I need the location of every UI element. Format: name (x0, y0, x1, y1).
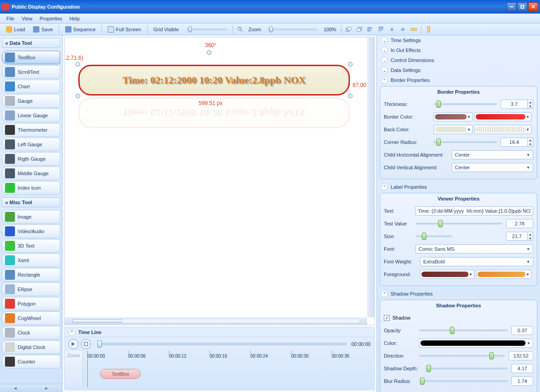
collapse-control-dimensions[interactable]: ⌄Control Dimensions (377, 55, 540, 65)
tool-middle-gauge[interactable]: Middle Gauge (2, 167, 60, 180)
tool-scrolltext[interactable]: ScrollText (2, 65, 60, 79)
ruler-h-icon[interactable] (409, 25, 418, 34)
radius-slider[interactable] (434, 141, 497, 143)
radius-spinner[interactable]: ▲▼ (528, 138, 533, 147)
size-spinner[interactable]: ▲▼ (528, 232, 533, 241)
tool-left-gauge[interactable]: Left Gauge (2, 138, 60, 151)
size-slider[interactable] (416, 235, 452, 237)
thickness-value[interactable]: 3.7 (501, 100, 528, 109)
textbox-object[interactable]: Time: 02:12:2000 10:20 Value:2.8ppb NOX (78, 65, 350, 96)
border-color-1[interactable]: ▼ (434, 112, 473, 121)
font-combo[interactable]: Comic Sans MS▼ (416, 244, 533, 253)
menu-properties[interactable]: Properties (36, 15, 66, 22)
zoom-tool-icon[interactable] (236, 25, 245, 34)
tool-digital-clock[interactable]: Digital Clock (2, 340, 60, 354)
depth-value[interactable]: 4.17 (511, 364, 533, 373)
timeline-clip[interactable]: TextBox (100, 369, 141, 379)
save-button[interactable]: Save (30, 25, 56, 34)
align-left-icon[interactable] (366, 25, 375, 34)
center-horizontal-icon[interactable] (387, 25, 397, 34)
foreground-2[interactable]: ▼ (476, 270, 531, 279)
border-color-2[interactable]: ▼ (474, 112, 531, 121)
ruler-v-icon[interactable] (424, 25, 433, 34)
tool-thermometer[interactable]: Thermometer (2, 123, 60, 137)
shadow-checkbox[interactable]: ✓ (384, 315, 390, 321)
minimize-button[interactable] (507, 2, 516, 11)
selection-handle[interactable] (348, 94, 353, 98)
tool-3d-text[interactable]: 3D Text (2, 239, 60, 253)
testvalue-slider[interactable] (416, 223, 502, 225)
collapse-time-settings[interactable]: ⌄Time Settings (377, 35, 540, 45)
collapse-data-settings[interactable]: ⌄Data Settings (377, 65, 540, 75)
opacity-slider[interactable] (419, 330, 508, 331)
timeline-header[interactable]: ⌃Time Line (65, 327, 374, 337)
maximize-button[interactable] (517, 2, 527, 11)
tool-gauge[interactable]: Gauge (2, 94, 60, 108)
collapse-in-out-effects[interactable]: ⌄In Out Effects (377, 45, 540, 55)
shadow-color[interactable]: ▼ (419, 339, 533, 348)
tool-xaml[interactable]: Xaml (2, 253, 60, 267)
label-properties-header[interactable]: ⌃Label Properties (377, 182, 540, 192)
grid-visible-button[interactable]: Grid Visible (150, 25, 182, 33)
tool-rigth-gauge[interactable]: Rigth Gauge (2, 152, 60, 166)
menu-view[interactable]: View (18, 15, 36, 22)
menu-file[interactable]: File (3, 15, 18, 22)
back-color-1[interactable]: ▼ (434, 125, 473, 134)
tool-counter[interactable]: Counter (2, 355, 60, 368)
canvas-area[interactable]: 360° .2,71.6) 67.00 599.51 px Time: 02:1… (64, 37, 375, 325)
opacity-value[interactable]: 0.37 (511, 326, 533, 335)
selection-handle[interactable] (76, 62, 80, 67)
zoom-slider[interactable] (268, 29, 317, 30)
sidebar-prev-icon[interactable]: ◂ (0, 385, 31, 391)
play-button[interactable] (68, 339, 78, 349)
thickness-slider[interactable] (434, 103, 497, 105)
fullscreen-button[interactable]: Full Screen (105, 25, 144, 34)
direction-slider[interactable] (419, 355, 505, 357)
size-value[interactable]: 21.7 (506, 232, 528, 241)
blur-slider[interactable] (419, 380, 508, 382)
tool-chart[interactable]: Chart (2, 80, 60, 93)
align-top-icon[interactable] (377, 25, 386, 34)
tool-cogwheel[interactable]: CogWheel (2, 311, 60, 325)
back-color-2[interactable]: ▼ (474, 125, 531, 134)
center-vertical-icon[interactable] (398, 25, 407, 34)
border-properties-header[interactable]: ⌃Border Properties (377, 75, 540, 85)
tool-index-icon[interactable]: Index Icon (2, 181, 60, 195)
timeline-zoom[interactable]: Zoom (65, 351, 83, 387)
halign-combo[interactable]: Center▼ (452, 150, 533, 159)
weight-combo[interactable]: ExtraBold▼ (420, 257, 533, 266)
depth-slider[interactable] (425, 368, 508, 369)
tool-polygon[interactable]: Polygon (2, 297, 60, 311)
timeline-ruler[interactable]: TextBox 00:00:0000:00:0600:00:1200:00:18… (83, 351, 374, 387)
text-input[interactable] (416, 206, 533, 215)
thickness-spinner[interactable]: ▲▼ (528, 100, 533, 109)
canvas-vscroll[interactable] (367, 38, 374, 317)
grid-slider[interactable] (186, 29, 227, 30)
timeline-scrubber[interactable] (98, 343, 347, 345)
valign-combo[interactable]: Center▼ (452, 163, 533, 172)
load-button[interactable]: Load (3, 25, 28, 34)
menu-help[interactable]: Help (66, 15, 84, 22)
tool-ellipse[interactable]: Ellipse (2, 282, 60, 296)
testvalue-value[interactable]: 2.78 (506, 219, 533, 228)
stop-button[interactable] (81, 339, 91, 349)
selection-handle[interactable] (76, 94, 80, 98)
data-tool-header[interactable]: ◂Data Tool (2, 38, 60, 48)
tool-video-audio[interactable]: Video/Audio (2, 225, 60, 238)
blur-value[interactable]: 1.74 (511, 377, 533, 386)
rotation-handle[interactable] (207, 50, 211, 55)
tool-textbox[interactable]: TextBox (2, 51, 60, 64)
selection-handle[interactable] (348, 62, 353, 67)
bring-forward-icon[interactable] (344, 25, 353, 34)
misc-tool-header[interactable]: ◂Misc Tool (2, 197, 60, 207)
radius-value[interactable]: 16.4 (501, 138, 528, 147)
tool-linear-gauge[interactable]: Linear Gauge (2, 109, 60, 122)
direction-value[interactable]: 132.52 (509, 351, 533, 360)
tool-rectangle[interactable]: Rectangle (2, 268, 60, 282)
canvas-hscroll[interactable] (65, 317, 367, 325)
foreground-1[interactable]: ▼ (420, 270, 474, 279)
shadow-properties-header[interactable]: ⌃Shadow Properties (377, 289, 540, 299)
sidebar-next-icon[interactable]: ▸ (31, 385, 62, 391)
close-button[interactable]: ✕ (528, 2, 538, 11)
sequence-button[interactable]: Sequence (62, 25, 99, 34)
